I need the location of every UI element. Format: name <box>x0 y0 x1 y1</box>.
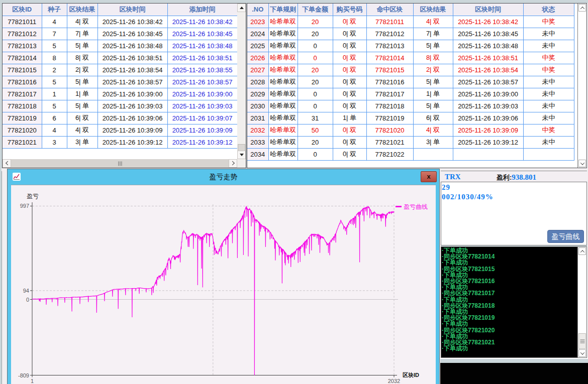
table-cell: 77821022 <box>366 148 413 160</box>
table-cell: 2025-11-26 10:38:54 <box>453 64 523 76</box>
log-vscrollbar[interactable] <box>577 247 586 357</box>
column-header[interactable]: 下单金额 <box>298 4 333 16</box>
table-row[interactable]: 7782102133| 单2025-11-26 10:39:122025-11-… <box>3 136 237 148</box>
chevron-down-icon <box>580 350 584 354</box>
table-row[interactable]: 2034哈希单双00| 双77821022 <box>247 148 574 160</box>
table-row[interactable]: 7782101355| 单2025-11-26 10:38:482025-11-… <box>3 40 237 52</box>
table-cell: 2025-11-26 10:38:42 <box>453 16 523 28</box>
table-row[interactable]: 7782102044| 双2025-11-26 10:39:092025-11-… <box>3 124 237 136</box>
table-cell: 77821011 <box>366 16 413 28</box>
log-scroll-thumb[interactable] <box>578 333 586 349</box>
table-cell: 2025-11-26 10:39:00 <box>453 88 523 100</box>
table-cell: 77821016 <box>366 76 413 88</box>
table-cell: 50 <box>298 124 333 136</box>
profit-readout: 盈利:938.801 <box>497 173 536 182</box>
table-row[interactable]: 2027哈希单双200| 双778210152| 双2025-11-26 10:… <box>247 64 574 76</box>
column-header[interactable]: 下单规则 <box>268 4 298 16</box>
table-row[interactable]: 7782101855| 单2025-11-26 10:39:032025-11-… <box>3 100 237 112</box>
table-row[interactable]: 2028哈希单双200| 双778210165| 单2025-11-26 10:… <box>247 76 574 88</box>
x-tick-label: 1 <box>31 378 34 384</box>
blocks-table-panel: 区块ID种子区块结果区块时间添加时间 7782101144| 双2025-11-… <box>2 3 246 168</box>
blocks-table-vscrollbar[interactable] <box>237 4 246 159</box>
scroll-down-button[interactable] <box>578 349 586 357</box>
table-cell: 哈希单双 <box>268 100 298 112</box>
table-cell: 2024 <box>247 28 268 40</box>
popup-body: 997940-80912032盈亏区块ID盈亏曲线 <box>11 185 436 384</box>
table-row[interactable]: 7782101711| 单2025-11-26 10:39:002025-11-… <box>3 88 237 100</box>
table-cell: 5 <box>42 76 67 88</box>
table-cell: 0| 双 <box>333 40 366 52</box>
table-row[interactable]: 2029哈希单双00| 双778210171| 单2025-11-26 10:3… <box>247 88 574 100</box>
column-header[interactable]: 区块结果 <box>413 4 453 16</box>
table-cell: 2032 <box>247 124 268 136</box>
table-row[interactable]: 2023哈希单双200| 双778210114| 双2025-11-26 10:… <box>247 16 574 28</box>
table-cell: 4 <box>42 124 67 136</box>
table-row[interactable]: 2031哈希单双311| 单778210196| 双2025-11-26 10:… <box>247 112 574 124</box>
close-button[interactable]: x <box>421 171 437 182</box>
table-row[interactable]: 2026哈希单双00| 双778210148| 双2025-11-26 10:3… <box>247 52 574 64</box>
scroll-down-button[interactable] <box>578 160 586 167</box>
table-cell: 2025-11-26 10:38:57 <box>453 76 523 88</box>
table-cell: 77821016 <box>3 76 42 88</box>
table-cell: 未中 <box>523 76 574 88</box>
column-header[interactable]: 状态 <box>523 4 574 16</box>
blocks-table-body: 7782101144| 双2025-11-26 10:38:422025-11-… <box>3 16 237 148</box>
table-cell: 20 <box>298 136 333 148</box>
table-row[interactable]: 2032哈希单双500| 双778210204| 双2025-11-26 10:… <box>247 124 574 136</box>
column-header[interactable]: 种子 <box>42 4 67 16</box>
table-cell: 31 <box>298 112 333 124</box>
column-header[interactable]: 区块时间 <box>97 4 167 16</box>
table-cell: 20 <box>298 28 333 40</box>
scroll-up-button[interactable] <box>578 4 586 12</box>
table-cell: 2025-11-26 10:38:45 <box>97 28 167 40</box>
table-cell: 哈希单双 <box>268 88 298 100</box>
profit-curve-button[interactable]: 盈亏曲线 <box>547 230 584 243</box>
chevron-up-icon <box>580 7 584 11</box>
column-header[interactable]: .NO <box>247 4 268 16</box>
table-row[interactable]: 7782101488| 双2025-11-26 10:38:512025-11-… <box>3 52 237 64</box>
table-cell: 8| 双 <box>67 52 97 64</box>
table-cell <box>523 148 574 160</box>
table-cell: 4| 双 <box>67 124 97 136</box>
scroll-right-button[interactable] <box>229 159 237 168</box>
table-cell: 5 <box>42 100 67 112</box>
table-row[interactable]: 2025哈希单双00| 双778210135| 单2025-11-26 10:3… <box>247 40 574 52</box>
table-cell: 2033 <box>247 136 268 148</box>
table-cell: 5| 单 <box>67 100 97 112</box>
y-tick-label: 0 <box>26 297 29 303</box>
scroll-up-button[interactable] <box>578 247 586 255</box>
hscroll-thumb[interactable] <box>11 159 229 168</box>
table-row[interactable]: 7782101277| 单2025-11-26 10:38:452025-11-… <box>3 28 237 40</box>
table-cell: 5| 单 <box>67 40 97 52</box>
scroll-up-button[interactable] <box>237 4 246 12</box>
column-header[interactable]: 区块时间 <box>453 4 523 16</box>
x-axis-title: 区块ID <box>403 372 419 378</box>
column-header[interactable]: 区块结果 <box>67 4 97 16</box>
scroll-left-button[interactable] <box>3 159 11 168</box>
table-row[interactable]: 2033哈希单双200| 双778210213| 单2025-11-26 10:… <box>247 136 574 148</box>
table-row[interactable]: 7782101966| 双2025-11-26 10:39:062025-11-… <box>3 112 237 124</box>
table-row[interactable]: 7782101144| 双2025-11-26 10:38:422025-11-… <box>3 16 237 28</box>
table-row[interactable]: 7782101522| 双2025-11-26 10:38:542025-11-… <box>3 64 237 76</box>
log-lines: ·下单成功·同步区块77821014·下单成功·同步区块77821015·下单成… <box>442 247 577 357</box>
table-row[interactable]: 7782101655| 单2025-11-26 10:38:572025-11-… <box>3 76 237 88</box>
table-cell: 2027 <box>247 64 268 76</box>
table-cell: 4| 双 <box>67 16 97 28</box>
log-line: ·下单成功 <box>442 297 577 303</box>
column-header[interactable]: 购买号码 <box>333 4 366 16</box>
popup-title: 盈亏走势 <box>8 173 439 182</box>
blocks-table-hscrollbar[interactable] <box>3 159 237 168</box>
popup-titlebar[interactable]: 盈亏走势 x <box>8 169 439 184</box>
table-cell: 77821015 <box>3 64 42 76</box>
table-cell: 2025-11-26 10:39:09 <box>97 124 167 136</box>
table-cell: 哈希单双 <box>268 16 298 28</box>
y-tick-label: 997 <box>20 203 29 209</box>
table-cell: 0| 双 <box>333 28 366 40</box>
orders-table-vscrollbar[interactable] <box>577 4 586 168</box>
scroll-down-button[interactable] <box>237 151 246 159</box>
table-row[interactable]: 2024哈希单双200| 双778210127| 单2025-11-26 10:… <box>247 28 574 40</box>
column-header[interactable]: 添加时间 <box>167 4 237 16</box>
column-header[interactable]: 区块ID <box>3 4 42 16</box>
column-header[interactable]: 命中区块 <box>366 4 413 16</box>
table-row[interactable]: 2030哈希单双00| 双778210185| 单2025-11-26 10:3… <box>247 100 574 112</box>
